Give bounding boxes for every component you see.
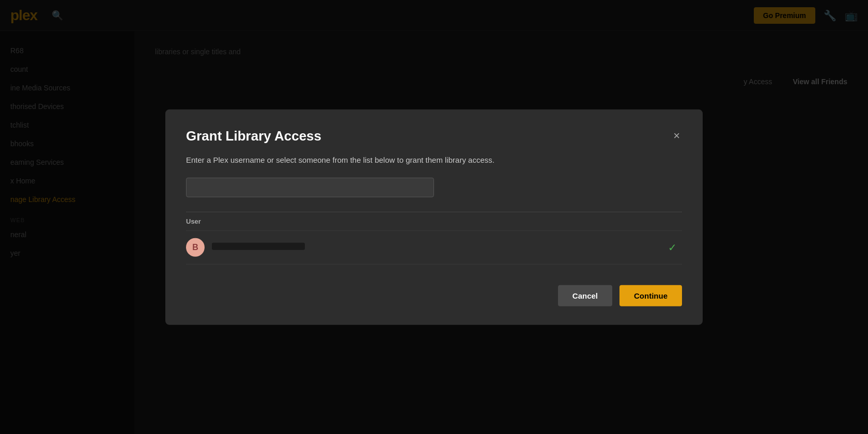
modal-title: Grant Library Access [186, 128, 321, 144]
modal-header: Grant Library Access × [186, 128, 682, 144]
username-redacted [212, 243, 305, 250]
table-row[interactable]: B ✓ [186, 230, 682, 264]
username-input[interactable] [186, 177, 434, 197]
cancel-button[interactable]: Cancel [558, 285, 612, 306]
user-column-header: User [186, 217, 201, 225]
avatar: B [186, 238, 205, 256]
modal-description: Enter a Plex username or select someone … [186, 154, 682, 166]
grant-library-access-modal: Grant Library Access × Enter a Plex user… [165, 110, 703, 325]
modal-footer: Cancel Continue [186, 285, 682, 306]
modal-close-button[interactable]: × [671, 128, 682, 144]
user-name [212, 243, 668, 252]
user-table-header: User [186, 212, 682, 230]
user-table: User B ✓ [186, 211, 682, 264]
continue-button[interactable]: Continue [619, 285, 682, 306]
user-selected-checkmark: ✓ [668, 241, 677, 253]
